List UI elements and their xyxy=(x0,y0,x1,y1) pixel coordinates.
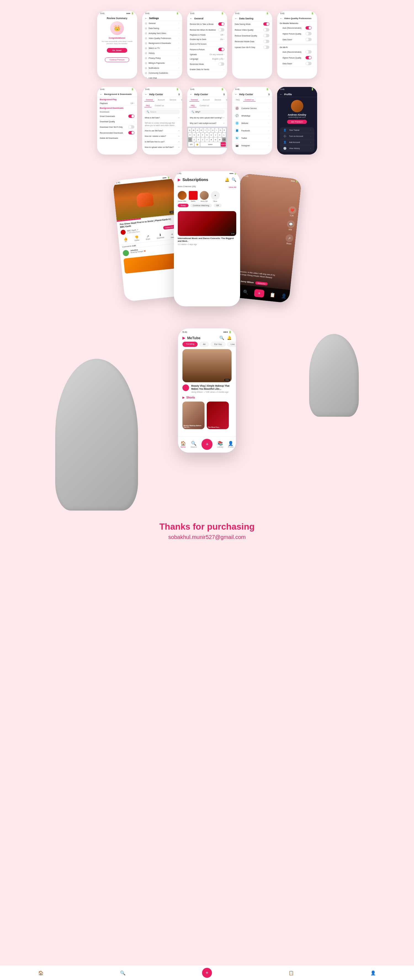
mobile-higher-toggle[interactable] xyxy=(306,32,312,35)
restricted-item[interactable]: Restricted Mode xyxy=(187,61,227,67)
key-n[interactable]: N xyxy=(213,137,217,142)
nav-profile[interactable]: 👤Profile xyxy=(228,441,234,448)
search-icon[interactable]: 🔍 xyxy=(232,177,236,182)
wifi-datasaver-toggle[interactable] xyxy=(306,62,312,65)
mobile-datasaver-toggle[interactable] xyxy=(306,38,312,41)
key-z[interactable]: Z xyxy=(193,137,196,142)
nav-add[interactable]: + xyxy=(201,439,213,450)
dislike-btn[interactable]: 👎Dislike xyxy=(134,235,139,242)
comment-icon[interactable]: 💬834 xyxy=(287,220,295,231)
back-btn[interactable]: ← xyxy=(190,93,193,96)
reduce-video-item[interactable]: Reduce Video Quality xyxy=(232,27,272,33)
bell-icon[interactable]: 🔔 xyxy=(227,336,232,340)
mobile-datasaver-item[interactable]: Data Saver xyxy=(280,37,314,43)
tab-today[interactable]: Today xyxy=(178,204,188,207)
settings-item-videoquality[interactable]: Video Quality Preferences› xyxy=(142,36,182,41)
remind-break-item[interactable]: Remind Me to Take a Break xyxy=(187,21,227,27)
settings-item-autoplay[interactable]: Autoplay Next Video› xyxy=(142,31,182,36)
delete-all-item[interactable]: Delete All Downloads › xyxy=(97,136,137,141)
download-btn[interactable]: ⬇Download xyxy=(156,233,164,240)
datasaving-mode-toggle[interactable] xyxy=(263,22,269,25)
settings-item-datasaving[interactable]: Data Saving› xyxy=(142,26,182,31)
smart-downloads-item[interactable]: Smart Downloads xyxy=(97,113,137,119)
tab-for-you[interactable]: For You xyxy=(210,342,226,347)
recommended-dl-toggle[interactable] xyxy=(128,131,134,134)
recommended-dl-item[interactable]: Recommended Downloads xyxy=(97,130,137,136)
settings-item-billing[interactable]: Billing & Payments› xyxy=(142,61,182,66)
tab-faq[interactable]: FAQ xyxy=(144,104,151,107)
uploads-item[interactable]: Uploads On any network › xyxy=(187,52,227,57)
mobile-higher-item[interactable]: Higher Picture Quality xyxy=(280,31,314,37)
tiktok-nav-profile[interactable]: 👤 xyxy=(281,293,287,299)
tab-faq[interactable]: FAQ xyxy=(189,104,196,107)
reduce-download-toggle[interactable] xyxy=(263,34,269,37)
key-j[interactable]: J xyxy=(213,133,217,137)
key-e[interactable]: E xyxy=(196,128,199,132)
tab-trending[interactable]: Trending xyxy=(182,342,197,347)
settings-item-notif[interactable]: Notifications› xyxy=(142,66,182,71)
settings-item-general[interactable]: General› xyxy=(142,21,182,26)
settings-item-privacy[interactable]: Privacy Policy› xyxy=(142,56,182,61)
like-btn[interactable]: 👍2K xyxy=(123,237,128,243)
join-premium-btn[interactable]: Join Premium! xyxy=(287,120,307,124)
key-g[interactable]: G xyxy=(205,133,209,137)
key-p[interactable]: P xyxy=(223,128,226,132)
tab-contact[interactable]: Contact us xyxy=(243,98,256,102)
faq-free[interactable]: Is MeTube free to use? › xyxy=(142,139,182,145)
ok-great-button[interactable]: Ok, Great! xyxy=(107,48,127,53)
pip-item[interactable]: Picture-in-Picture xyxy=(187,47,227,52)
tab-contact[interactable]: Contact us xyxy=(198,104,210,107)
key-search[interactable]: search xyxy=(221,142,226,146)
back-btn[interactable]: ← xyxy=(280,17,283,20)
social-website[interactable]: 🌐 Website › xyxy=(232,119,272,127)
playback-item[interactable]: Playback Off › xyxy=(97,101,137,106)
remind-bedtime-item[interactable]: Remind Me When it's Bedtime xyxy=(187,27,227,33)
restricted-mobile-toggle[interactable] xyxy=(263,40,269,43)
short-2[interactable]: The Most Pop... xyxy=(207,401,229,429)
settings-item-bgdownloads[interactable]: Background & Downloads› xyxy=(142,41,182,46)
nav-library[interactable]: 📚Library xyxy=(218,441,223,448)
key-w[interactable]: W xyxy=(192,128,195,132)
smart-downloads-toggle[interactable] xyxy=(128,115,134,118)
share-btn[interactable]: ↗Share xyxy=(145,234,150,241)
key-o[interactable]: O xyxy=(219,128,222,132)
settings-item-community[interactable]: Community Guidelines› xyxy=(142,71,182,76)
tab-video[interactable]: Video xyxy=(225,98,227,102)
wifi-higher-toggle[interactable] xyxy=(306,56,312,59)
share-icon[interactable]: ↗Share xyxy=(285,234,294,245)
back-btn[interactable]: ← xyxy=(235,17,238,20)
help2-search-bar[interactable]: 🔍 Why? xyxy=(189,110,225,114)
double-tap-item[interactable]: Double-tap to Seek 10s › xyxy=(187,37,227,42)
wifi-higher-item[interactable]: Higher Picture Quality xyxy=(280,55,314,61)
short-1[interactable]: Beauty Makeup Before You Cr... xyxy=(182,401,204,429)
back-btn[interactable]: ← xyxy=(100,93,103,96)
reduce-download-item[interactable]: Reduce Download Quality xyxy=(232,33,272,39)
faq-what-metube[interactable]: What is MeTube? › xyxy=(142,115,182,121)
key-s[interactable]: S xyxy=(193,133,196,137)
stats-item[interactable]: Enable Stats for Nerds › xyxy=(187,67,227,72)
key-m[interactable]: M xyxy=(218,137,221,142)
restricted-mobile-item[interactable]: Restricted Mobile Data xyxy=(232,39,272,45)
tab-video[interactable]: Video xyxy=(179,98,182,102)
tiktok-nav-search[interactable]: 🔍 xyxy=(243,289,249,295)
key-b[interactable]: B xyxy=(210,137,213,142)
social-facebook[interactable]: 📘 Facebook › xyxy=(232,127,272,134)
dl-quality-item[interactable]: Download Quality › xyxy=(97,119,137,124)
key-u[interactable]: U xyxy=(211,128,215,132)
profile-trainer-item[interactable]: 👤 Your Trainer › xyxy=(280,127,314,133)
faq-result-2[interactable]: Why can't I add multiple account? › xyxy=(187,121,227,126)
tab-live[interactable]: Live xyxy=(227,342,236,347)
settings-item-history[interactable]: History› xyxy=(142,51,182,56)
tab-continue-watching[interactable]: Continue Watching xyxy=(190,204,212,207)
social-customer-service[interactable]: 🎧 Customer Service › xyxy=(232,105,272,112)
dl-wifi-item[interactable]: Download Over Wi-Fi Only xyxy=(97,124,137,130)
social-twitter[interactable]: 🐦 Twitter › xyxy=(232,134,272,142)
key-a[interactable]: A xyxy=(188,133,192,137)
language-item[interactable]: Language English (US) › xyxy=(187,57,227,61)
upload-wifi-toggle[interactable] xyxy=(263,46,269,49)
channel-more[interactable]: + More xyxy=(211,191,220,202)
nav-search[interactable]: 🔍Search xyxy=(191,441,197,448)
settings-item-livechat[interactable]: Live Chat› xyxy=(142,76,182,79)
view-all-btn[interactable]: View All xyxy=(229,186,236,188)
key-numbers[interactable]: 123 xyxy=(188,142,194,146)
